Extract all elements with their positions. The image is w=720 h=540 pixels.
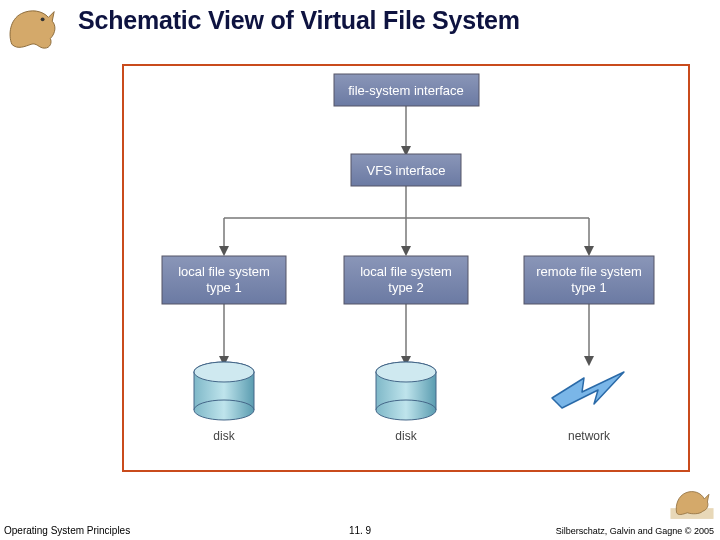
- svg-point-28: [194, 362, 254, 382]
- footer-page-number: 11. 9: [349, 525, 371, 536]
- svg-point-35: [376, 362, 436, 382]
- diagram-frame: file-system interface VFS interface loca…: [122, 64, 690, 472]
- footer-left: Operating System Principles: [4, 525, 130, 536]
- svg-text:disk: disk: [395, 429, 417, 443]
- svg-text:local file system: local file system: [178, 264, 270, 279]
- svg-point-34: [376, 400, 436, 420]
- box-remote-fs-type1: remote file system type 1: [524, 256, 654, 304]
- svg-text:local file system: local file system: [360, 264, 452, 279]
- svg-point-27: [194, 400, 254, 420]
- svg-text:remote file system: remote file system: [536, 264, 641, 279]
- footer-copyright: Silberschatz, Galvin and Gagne © 2005: [556, 526, 714, 536]
- box-file-system-interface: file-system interface: [334, 74, 479, 106]
- box-local-fs-type2: local file system type 2: [344, 256, 468, 304]
- svg-text:type 1: type 1: [206, 280, 241, 295]
- vfs-diagram: file-system interface VFS interface loca…: [124, 66, 688, 470]
- svg-text:network: network: [568, 429, 611, 443]
- svg-text:disk: disk: [213, 429, 235, 443]
- box-local-fs-type1: local file system type 1: [162, 256, 286, 304]
- svg-text:type 2: type 2: [388, 280, 423, 295]
- network-icon: network: [552, 372, 624, 443]
- svg-point-0: [41, 17, 45, 21]
- svg-text:VFS interface: VFS interface: [367, 163, 446, 178]
- box-vfs-interface: VFS interface: [351, 154, 461, 186]
- dinosaur-logo-top: [4, 2, 62, 52]
- disk-icon-2: disk: [376, 362, 436, 443]
- svg-text:file-system interface: file-system interface: [348, 83, 464, 98]
- dinosaur-logo-bottom: [668, 482, 716, 522]
- disk-icon-1: disk: [194, 362, 254, 443]
- page-title: Schematic View of Virtual File System: [78, 6, 520, 35]
- svg-text:type 1: type 1: [571, 280, 606, 295]
